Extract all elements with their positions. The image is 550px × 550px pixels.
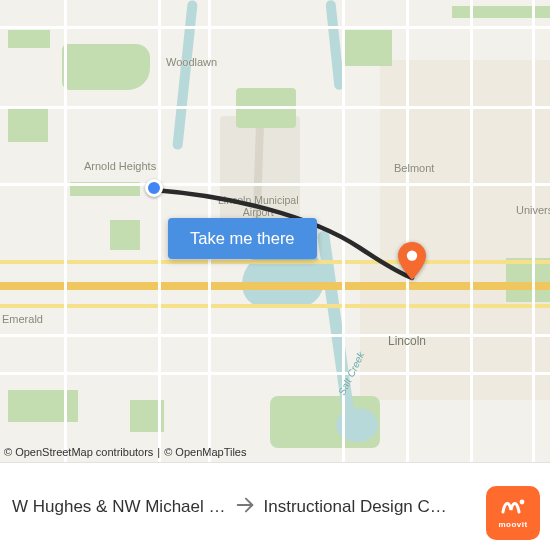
attribution-separator: | (157, 446, 160, 458)
origin-marker-icon[interactable] (145, 179, 163, 197)
route-summary-bar: W Hughes & NW Michael … Instructional De… (0, 462, 550, 550)
openmaptiles-attribution-link[interactable]: © OpenMapTiles (164, 446, 246, 458)
route-to-label[interactable]: Instructional Design C… (264, 497, 447, 517)
route-from-label[interactable]: W Hughes & NW Michael … (12, 497, 226, 517)
osm-attribution-link[interactable]: © OpenStreetMap contributors (4, 446, 153, 458)
svg-point-0 (407, 250, 417, 260)
map-label-woodlawn: Woodlawn (166, 56, 217, 68)
map-attribution: © OpenStreetMap contributors | © OpenMap… (4, 446, 247, 458)
map[interactable]: Woodlawn Arnold Heights Lincoln Municipa… (0, 0, 550, 462)
map-label-emerald: Emerald (2, 313, 43, 325)
map-label-lincoln: Lincoln (388, 334, 426, 348)
moovit-badge-text: moovit (498, 520, 527, 529)
svg-point-2 (520, 500, 525, 505)
moovit-logo-icon (500, 497, 526, 518)
map-label-belmont: Belmont (394, 162, 434, 174)
arrow-right-icon (234, 494, 256, 520)
map-label-arnold-heights: Arnold Heights (84, 160, 156, 172)
destination-marker-icon[interactable] (398, 242, 426, 280)
map-label-university: Univers (516, 204, 550, 216)
moovit-badge[interactable]: moovit (486, 486, 540, 540)
map-label-airport: Lincoln Municipal Airport (218, 194, 299, 218)
take-me-there-button[interactable]: Take me there (168, 218, 317, 259)
